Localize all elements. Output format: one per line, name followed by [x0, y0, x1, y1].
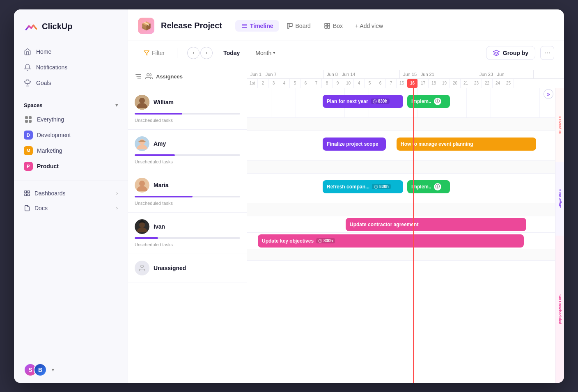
svg-rect-15 [325, 23, 327, 25]
avatar-b: B [34, 363, 47, 376]
assignees-column: Assignees William Unscheduled tasks [128, 65, 247, 383]
sidebar-item-everything[interactable]: Everything [19, 112, 123, 127]
svg-point-30 [139, 181, 145, 186]
tab-timeline[interactable]: Timeline [235, 20, 279, 32]
svg-point-24 [147, 73, 149, 76]
day-1st: 1st [247, 79, 258, 88]
project-icon: 📦 [138, 18, 154, 34]
day-5-w1: 5 [290, 79, 300, 88]
gantt-row-amy-unscheduled [247, 160, 564, 174]
spaces-chevron: ▾ [115, 102, 118, 108]
svg-rect-16 [328, 23, 330, 25]
svg-rect-7 [28, 191, 30, 193]
day-5-w2: 5 [365, 79, 375, 88]
sidebar-item-notifications-label: Notifications [36, 64, 67, 71]
tab-board[interactable]: Board [281, 20, 317, 32]
day-21: 21 [461, 79, 471, 88]
task-bar-refresh-company[interactable]: Refresh compan... 830h [323, 180, 403, 193]
spaces-section: Spaces ▾ Everything D Development M Mark… [14, 99, 128, 174]
task-bar-event-planning[interactable]: How to manage event planning [397, 138, 536, 151]
sidebar-item-dashboards[interactable]: Dashboards › [19, 186, 123, 201]
task-plan-label: Plan for next year [327, 99, 368, 104]
layers-icon [493, 50, 500, 56]
sidebar-bottom: Dashboards › Docs › [14, 181, 128, 215]
assignee-row-amy: Amy Unscheduled tasks [128, 130, 247, 171]
gantt-body: Plan for next year 830h Implem.. ⓘ [247, 88, 564, 383]
day-17: 17 [418, 79, 429, 88]
task-bar-key-objectives[interactable]: Update key objectives 830h [258, 234, 524, 248]
sidebar-item-goals[interactable]: Goals [19, 75, 123, 91]
maria-unscheduled: Unscheduled tasks [135, 199, 240, 209]
week-label-1: Jun 1 - Jun 7 [247, 70, 323, 78]
more-button[interactable]: ··· [540, 46, 554, 60]
grid-william [247, 88, 564, 117]
right-label-no-effort: 2 No effort [555, 162, 564, 236]
tab-board-label: Board [296, 23, 311, 29]
william-unscheduled: Unscheduled tasks [135, 116, 240, 126]
group-by-label: Group by [503, 50, 528, 56]
timeline-icon [241, 23, 248, 29]
month-selector[interactable]: Month ▾ [250, 47, 280, 59]
sidebar: ClickUp Home Notifications Goals Spaces … [14, 9, 128, 383]
svg-rect-8 [25, 194, 27, 196]
footer-dropdown[interactable]: ▾ [52, 367, 54, 373]
add-view-label: + Add view [355, 23, 383, 29]
day-15: 15 [397, 79, 407, 88]
today-button[interactable]: Today [218, 47, 245, 59]
week-label-4: Jun 23 - Jun [476, 70, 534, 78]
assignee-row-ivan: Ivan Unscheduled tasks [128, 213, 247, 254]
add-view-btn[interactable]: + Add view [350, 20, 388, 32]
group-by-button[interactable]: Group by [486, 46, 535, 60]
gantt-header: Jun 1 - Jun 7 Jun 8 - Jun 14 Jun 15 - Ju… [247, 65, 564, 88]
sidebar-item-product[interactable]: P Product [19, 158, 123, 174]
development-label: Development [37, 132, 71, 138]
avatar-group: S B [24, 363, 47, 376]
users-icon [145, 73, 153, 80]
clickup-logo-icon [24, 19, 39, 34]
gc [271, 88, 296, 117]
week-label-2: Jun 8 - Jun 14 [323, 70, 400, 78]
gantt-row-ivan-task1: Update contractor agreement [247, 216, 564, 233]
prev-arrow[interactable]: ‹ [187, 47, 200, 59]
svg-rect-6 [25, 191, 27, 193]
gc [491, 88, 515, 117]
spaces-label: Spaces [24, 102, 43, 108]
assignee-row-unassigned: Unassigned [128, 254, 247, 282]
tab-timeline-label: Timeline [250, 23, 273, 29]
sidebar-item-docs[interactable]: Docs › [19, 201, 123, 215]
view-tabs: Timeline Board Box + Add view [235, 20, 388, 32]
spaces-header[interactable]: Spaces ▾ [19, 99, 123, 112]
ivan-name: Ivan [154, 223, 165, 230]
docs-icon [24, 205, 30, 211]
tab-box[interactable]: Box [318, 20, 349, 32]
amy-avatar [135, 136, 149, 151]
week-labels: Jun 1 - Jun 7 Jun 8 - Jun 14 Jun 15 - Ju… [247, 70, 564, 79]
day-24: 24 [493, 79, 503, 88]
task-bar-contractor-agreement[interactable]: Update contractor agreement [346, 218, 526, 231]
task-objectives-label: Update key objectives [262, 238, 314, 244]
svg-rect-2 [25, 116, 28, 119]
filter-icon [144, 50, 149, 56]
right-label-overdue: 3 Overdue [555, 88, 564, 162]
next-arrow[interactable]: › [200, 47, 213, 59]
month-label: Month [255, 50, 271, 56]
sidebar-item-development[interactable]: D Development [19, 127, 123, 143]
week-label-3: Jun 15 - Jun 21 [400, 70, 476, 78]
day-19: 19 [439, 79, 450, 88]
filter-button[interactable]: Filter [138, 47, 170, 59]
sidebar-item-marketing[interactable]: M Marketing [19, 143, 123, 158]
assignees-sort-icon [135, 73, 142, 80]
sidebar-item-home[interactable]: Home [19, 44, 123, 60]
task-bar-plan-next-year[interactable]: Plan for next year 830h [323, 95, 403, 108]
tab-box-label: Box [333, 23, 343, 29]
marketing-label: Marketing [37, 147, 62, 154]
assignee-info-maria: Maria [135, 178, 240, 193]
collapse-button[interactable]: » [544, 89, 553, 99]
task-event-label: How to manage event planning [401, 141, 473, 147]
task-finalize-label: Finalize project scope [327, 141, 378, 147]
docs-chevron: › [116, 205, 118, 211]
board-icon [287, 23, 293, 29]
sidebar-item-notifications[interactable]: Notifications [19, 60, 123, 75]
task-bar-finalize-scope[interactable]: Finalize project scope [323, 138, 386, 151]
gantt-row-william-unscheduled [247, 118, 564, 131]
